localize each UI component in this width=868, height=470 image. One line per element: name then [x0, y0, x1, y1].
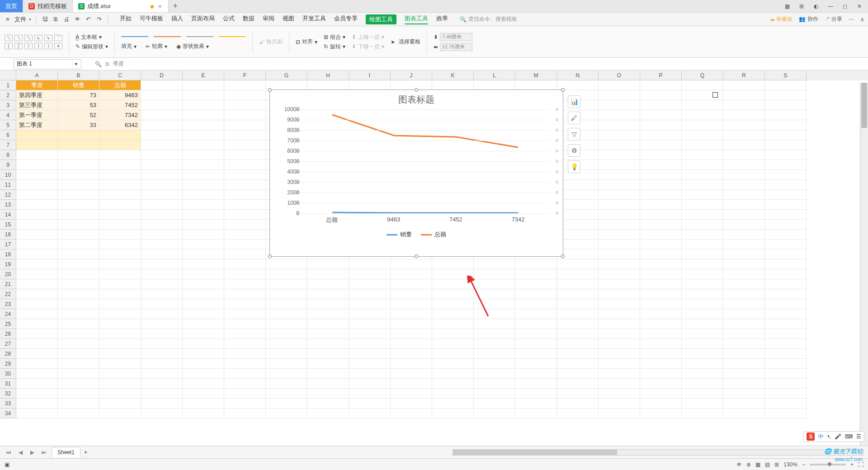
cell[interactable] [723, 200, 765, 210]
cell[interactable] [99, 389, 141, 399]
cell[interactable] [224, 160, 266, 170]
cell[interactable] [16, 349, 58, 359]
cell[interactable] [183, 150, 224, 160]
cell[interactable] [640, 90, 682, 100]
cell[interactable] [141, 220, 183, 230]
cell[interactable] [16, 249, 58, 259]
cell[interactable] [224, 329, 266, 339]
cell[interactable] [765, 130, 807, 140]
eye-icon[interactable]: 👁 [736, 461, 742, 468]
col-header[interactable]: L [474, 70, 515, 80]
cell[interactable] [99, 319, 141, 329]
cell[interactable] [723, 379, 765, 389]
cell[interactable] [224, 80, 266, 90]
cell[interactable] [640, 289, 682, 299]
cell[interactable] [640, 259, 682, 269]
row-header[interactable]: 27 [0, 339, 16, 349]
cell[interactable] [224, 259, 266, 269]
cell[interactable] [307, 80, 349, 90]
row-header[interactable]: 26 [0, 329, 16, 339]
layout-icon[interactable]: ▦ [783, 3, 791, 9]
tab-insert[interactable]: 插入 [171, 14, 183, 24]
cell[interactable] [16, 180, 58, 190]
cell[interactable] [723, 140, 765, 150]
cell[interactable] [599, 190, 640, 200]
cell[interactable] [474, 80, 515, 90]
cell[interactable] [58, 349, 99, 359]
cell[interactable] [599, 259, 640, 269]
cell[interactable] [58, 339, 99, 349]
row-header[interactable]: 33 [0, 399, 16, 409]
cell[interactable] [141, 259, 183, 269]
cell[interactable] [723, 100, 765, 110]
cell[interactable] [307, 389, 349, 399]
cell[interactable] [224, 379, 266, 389]
cell[interactable] [557, 399, 599, 409]
close-icon[interactable]: × [157, 4, 163, 9]
cell[interactable] [682, 230, 723, 240]
cell[interactable] [58, 319, 99, 329]
cell[interactable] [682, 379, 723, 389]
cell[interactable] [515, 329, 557, 339]
cell[interactable] [16, 190, 58, 200]
cell[interactable] [99, 130, 141, 140]
row-header[interactable]: 3 [0, 100, 16, 110]
cell[interactable] [599, 90, 640, 100]
cell[interactable] [599, 110, 640, 120]
cell[interactable] [765, 389, 807, 399]
cell[interactable] [474, 329, 515, 339]
cell[interactable] [183, 259, 224, 269]
cell[interactable] [224, 190, 266, 200]
cell[interactable] [723, 190, 765, 200]
select-all-corner[interactable] [0, 70, 16, 80]
chart-filter-icon[interactable]: ▽ [568, 128, 580, 141]
cell[interactable] [99, 379, 141, 389]
tab-layout[interactable]: 页面布局 [191, 14, 215, 24]
formula-input[interactable] [113, 61, 868, 67]
redo-icon[interactable]: ↷ [95, 15, 103, 24]
cell[interactable] [16, 220, 58, 230]
cell[interactable]: 52 [58, 110, 99, 120]
cell[interactable] [58, 369, 99, 379]
cell[interactable] [723, 259, 765, 269]
cell[interactable] [141, 230, 183, 240]
cell[interactable] [640, 230, 682, 240]
cell[interactable] [16, 130, 58, 140]
cell[interactable] [58, 240, 99, 249]
cell[interactable] [58, 160, 99, 170]
cell[interactable] [474, 409, 515, 418]
menu-hamburger-icon[interactable]: ≡ [4, 15, 12, 24]
cell[interactable] [474, 259, 515, 269]
vertical-scrollbar[interactable] [860, 83, 868, 446]
cell[interactable] [391, 389, 432, 399]
row-header[interactable]: 30 [0, 369, 16, 379]
cell[interactable] [765, 160, 807, 170]
cell[interactable] [141, 299, 183, 309]
cell[interactable] [474, 379, 515, 389]
cell[interactable] [765, 339, 807, 349]
cell[interactable] [58, 399, 99, 409]
cell[interactable] [432, 369, 474, 379]
cell[interactable] [307, 279, 349, 289]
cell[interactable] [141, 150, 183, 160]
cell[interactable]: 33 [58, 120, 99, 130]
chart-style-icon[interactable]: 🖊 [568, 112, 580, 124]
cell[interactable] [183, 90, 224, 100]
tab-home[interactable]: 首页 [0, 0, 23, 12]
col-header[interactable]: D [141, 70, 183, 80]
cell[interactable] [224, 110, 266, 120]
cell[interactable] [58, 180, 99, 190]
cell[interactable] [266, 329, 307, 339]
cell[interactable] [266, 349, 307, 359]
cell[interactable] [224, 120, 266, 130]
cell[interactable] [58, 329, 99, 339]
cell[interactable] [16, 160, 58, 170]
chart-settings-icon[interactable]: ⚙ [568, 144, 580, 157]
col-header[interactable]: R [723, 70, 765, 80]
cell[interactable] [432, 349, 474, 359]
cell[interactable] [391, 379, 432, 389]
col-header[interactable]: F [224, 70, 266, 80]
cell[interactable] [723, 279, 765, 289]
cell[interactable] [640, 379, 682, 389]
cell[interactable] [765, 80, 807, 90]
